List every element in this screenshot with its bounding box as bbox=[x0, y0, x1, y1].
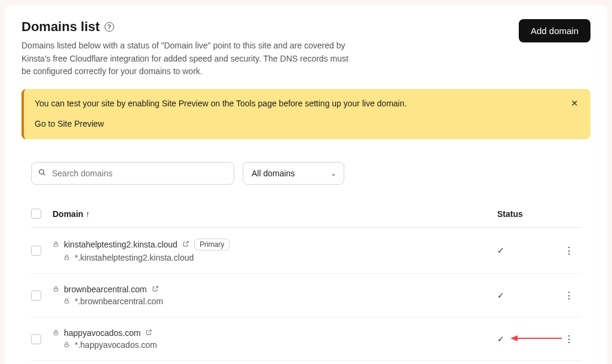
row-menu-button[interactable]: ⋮ bbox=[557, 245, 581, 256]
status-check-icon: ✓ bbox=[497, 334, 504, 344]
preview-banner: You can test your site by enabling Site … bbox=[22, 89, 590, 139]
annotation-arrow bbox=[510, 334, 562, 344]
search-input[interactable] bbox=[31, 162, 234, 185]
table-row: kinstahelptesting2.kinsta.cloudPrimary*.… bbox=[31, 228, 581, 274]
column-status[interactable]: Status bbox=[497, 209, 557, 219]
filter-select[interactable]: All domains ⌄ bbox=[243, 162, 344, 185]
page-description: Domains listed below with a status of "D… bbox=[22, 39, 356, 78]
external-link-icon[interactable] bbox=[145, 328, 152, 338]
wildcard-name: *.happyavocados.com bbox=[75, 340, 157, 350]
lock-icon bbox=[63, 298, 70, 305]
close-icon[interactable]: ✕ bbox=[567, 97, 582, 109]
domain-name: kinstahelptesting2.kinsta.cloud bbox=[64, 240, 178, 249]
primary-badge: Primary bbox=[194, 238, 230, 250]
table-row: brownbearcentral.com*.brownbearcentral.c… bbox=[31, 274, 581, 317]
lock-icon bbox=[53, 241, 59, 249]
status-check-icon: ✓ bbox=[497, 290, 504, 300]
row-checkbox[interactable] bbox=[31, 290, 41, 301]
row-menu-button[interactable]: ⋮ bbox=[557, 334, 581, 345]
row-menu-button[interactable]: ⋮ bbox=[557, 290, 581, 301]
row-checkbox[interactable] bbox=[31, 334, 41, 344]
column-domain[interactable]: Domain bbox=[53, 209, 83, 219]
page-title: Domains list bbox=[22, 19, 100, 35]
chevron-down-icon: ⌄ bbox=[331, 169, 336, 178]
wildcard-name: *.kinstahelptesting2.kinsta.cloud bbox=[75, 253, 194, 262]
select-all-checkbox[interactable] bbox=[31, 209, 41, 219]
lock-icon bbox=[53, 286, 59, 293]
svg-rect-6 bbox=[54, 332, 57, 335]
svg-rect-2 bbox=[54, 244, 57, 246]
sort-asc-icon: ↑ bbox=[85, 209, 90, 219]
svg-rect-5 bbox=[65, 301, 68, 303]
lock-icon bbox=[63, 254, 70, 262]
row-checkbox[interactable] bbox=[31, 246, 41, 256]
banner-link[interactable]: Go to Site Preview bbox=[35, 119, 580, 129]
svg-rect-4 bbox=[54, 289, 57, 291]
banner-text: You can test your site by enabling Site … bbox=[35, 99, 580, 108]
svg-line-1 bbox=[43, 173, 45, 175]
svg-point-0 bbox=[39, 170, 44, 175]
svg-rect-3 bbox=[65, 257, 68, 259]
table-row: happyavocados.com*.happyavocados.com✓⋮ bbox=[31, 317, 581, 361]
status-check-icon: ✓ bbox=[497, 246, 504, 255]
wildcard-name: *.brownbearcentral.com bbox=[75, 296, 163, 306]
svg-rect-7 bbox=[65, 344, 68, 347]
lock-icon bbox=[53, 329, 59, 337]
add-domain-button[interactable]: Add domain bbox=[519, 19, 590, 42]
filter-selected: All domains bbox=[252, 169, 295, 178]
search-icon bbox=[38, 169, 46, 178]
help-icon[interactable]: ? bbox=[105, 22, 114, 32]
search-input-wrap bbox=[31, 162, 234, 185]
external-link-icon[interactable] bbox=[182, 240, 189, 249]
domain-name: happyavocados.com bbox=[64, 328, 140, 338]
lock-icon bbox=[63, 341, 70, 349]
domain-name: brownbearcentral.com bbox=[64, 285, 147, 294]
external-link-icon[interactable] bbox=[152, 285, 159, 294]
svg-marker-9 bbox=[510, 335, 518, 341]
